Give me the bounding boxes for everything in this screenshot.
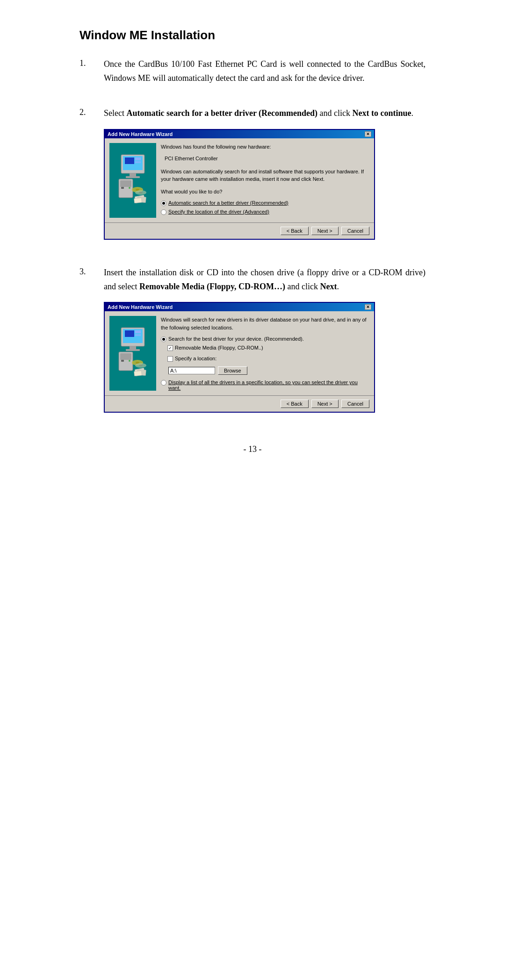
wizard-2-checkbox2-label: Specify a location: <box>175 356 216 361</box>
wizard-2-close-btn[interactable]: ✕ <box>365 304 371 310</box>
step-list: 1. Once the CardBus 10/100 Fast Ethernet… <box>79 57 426 426</box>
step-1: 1. Once the CardBus 10/100 Fast Ethernet… <box>79 57 426 93</box>
page-container: Window ME Installation 1. Once the CardB… <box>70 0 435 980</box>
svg-rect-24 <box>130 346 136 349</box>
wizard-2-radio1-label: Search for the best driver for your devi… <box>168 336 304 342</box>
svg-rect-28 <box>121 360 124 362</box>
step-1-text: Once the CardBus 10/100 Fast Ethernet PC… <box>104 57 426 85</box>
wizard-2-next-button[interactable]: Next > <box>311 400 339 408</box>
wizard-2-browse-button[interactable]: Browse <box>218 366 247 375</box>
wizard-1-next-button[interactable]: Next > <box>311 227 339 235</box>
wizard-1-body: Windows has found the following new hard… <box>105 138 374 222</box>
svg-rect-36 <box>134 371 142 376</box>
wizard-2-back-button[interactable]: < Back <box>281 400 309 408</box>
wizard-2-text1: Windows will search for new drivers in i… <box>161 316 369 331</box>
svg-rect-27 <box>120 353 131 360</box>
wizard-1-cancel-button[interactable]: Cancel <box>341 227 369 235</box>
svg-point-11 <box>129 187 130 189</box>
wizard-1-close-btn[interactable]: ✕ <box>365 131 371 137</box>
wizard-1-illustration <box>109 143 156 218</box>
svg-rect-23 <box>135 334 141 336</box>
wizard-2-titlebar: Add New Hardware Wizard ✕ <box>105 303 374 311</box>
svg-rect-21 <box>125 330 134 337</box>
wizard-2-options: Search for the best driver for your devi… <box>161 336 369 391</box>
wizard-2-cancel-button[interactable]: Cancel <box>341 400 369 408</box>
wizard-2-checkbox1-box[interactable] <box>167 345 173 351</box>
svg-point-29 <box>129 360 130 362</box>
wizard-dialog-2: Add New Hardware Wizard ✕ <box>104 302 375 413</box>
wizard-2-title: Add New Hardware Wizard <box>108 304 173 310</box>
wizard-dialog-1: Add New Hardware Wizard ✕ <box>104 129 375 240</box>
wizard-1-back-button[interactable]: < Back <box>281 227 309 235</box>
wizard-1-text3: What would you like to do? <box>161 188 369 196</box>
step-3-bold1: Removable Media (Floppy, CD-ROM…) <box>139 282 285 291</box>
wizard-1-radio2-item[interactable]: Specify the location of the driver (Adva… <box>161 209 369 215</box>
svg-rect-22 <box>135 330 141 333</box>
step-2-bold1: Automatic search for a better driver (Re… <box>126 108 317 118</box>
step-1-content: Once the CardBus 10/100 Fast Ethernet PC… <box>104 57 426 93</box>
step-2-content: Select Automatic search for a better dri… <box>104 107 426 253</box>
step-2-bold2: Next to continue <box>353 108 411 118</box>
wizard-1-text1: Windows has found the following new hard… <box>161 143 369 151</box>
wizard-2-checkbox1-item[interactable]: Removable Media (Floppy, CD-ROM..) <box>167 345 369 351</box>
wizard-1-titlebar: Add New Hardware Wizard ✕ <box>105 130 374 138</box>
step-2-end: . <box>411 108 414 118</box>
svg-rect-10 <box>121 187 124 189</box>
step-3-text: Insert the installation disk or CD into … <box>104 266 426 293</box>
svg-rect-18 <box>134 198 142 203</box>
page-title: Window ME Installation <box>79 28 426 43</box>
svg-rect-9 <box>120 180 131 187</box>
wizard-2-titlebar-buttons: ✕ <box>365 304 371 310</box>
step-3-content: Insert the installation disk or CD into … <box>104 266 426 426</box>
wizard-2-computer-svg <box>112 323 154 384</box>
wizard-1-radio1-dot[interactable] <box>161 200 166 206</box>
wizard-2-footer: < Back Next > Cancel <box>105 395 374 412</box>
wizard-1-radio2-dot[interactable] <box>161 209 166 215</box>
svg-rect-6 <box>130 173 136 176</box>
step-2-number: 2. <box>79 107 104 253</box>
svg-rect-3 <box>125 157 134 164</box>
wizard-2-radio1-item[interactable]: Search for the best driver for your devi… <box>161 336 369 342</box>
wizard-2-checkbox1-label: Removable Media (Floppy, CD-ROM..) <box>175 345 263 351</box>
wizard-1-radio1-label: Automatic search for a better driver (Re… <box>168 200 289 206</box>
wizard-1-titlebar-buttons: ✕ <box>365 131 371 137</box>
svg-rect-4 <box>135 157 141 160</box>
svg-rect-25 <box>126 349 140 351</box>
step-3-bold2: Next <box>320 282 337 291</box>
page-number: - 13 - <box>79 444 426 454</box>
wizard-1-radio-group: Automatic search for a better driver (Re… <box>161 200 369 215</box>
wizard-2-checkbox2-item[interactable]: Specify a location: <box>167 356 369 362</box>
wizard-2-radio2-dot[interactable] <box>161 380 166 386</box>
wizard-2-radio1-dot[interactable] <box>161 336 166 342</box>
wizard-1-footer: < Back Next > Cancel <box>105 222 374 239</box>
wizard-1-right-panel: Windows has found the following new hard… <box>161 143 369 218</box>
svg-rect-7 <box>126 176 140 178</box>
step-3: 3. Insert the installation disk or CD in… <box>79 266 426 426</box>
wizard-1-computer-svg <box>112 150 154 211</box>
svg-point-15 <box>139 192 143 193</box>
wizard-1-title: Add New Hardware Wizard <box>108 131 173 137</box>
svg-rect-5 <box>135 161 141 163</box>
step-2-text: Select Automatic search for a better dri… <box>104 107 426 121</box>
step-3-number: 3. <box>79 266 104 426</box>
step-2-text-after: and click <box>320 108 353 118</box>
step-1-number: 1. <box>79 57 104 93</box>
wizard-2-illustration <box>109 316 156 391</box>
step-2: 2. Select Automatic search for a better … <box>79 107 426 253</box>
wizard-2-right-panel: Windows will search for new drivers in i… <box>161 316 369 391</box>
wizard-2-radio2-item[interactable]: Display a list of all the drivers in a s… <box>161 379 369 391</box>
wizard-1-device: PCI Ethernet Controller <box>165 156 369 161</box>
wizard-2-checkbox2-box[interactable] <box>167 356 173 362</box>
wizard-2-path-input[interactable] <box>168 367 215 374</box>
wizard-1-text2: Windows can automatically search for and… <box>161 168 369 183</box>
wizard-1-radio2-label: Specify the location of the driver (Adva… <box>168 209 269 215</box>
svg-point-33 <box>139 365 143 366</box>
wizard-2-radio2-label: Display a list of all the drivers in a s… <box>168 379 369 391</box>
wizard-1-radio1-item[interactable]: Automatic search for a better driver (Re… <box>161 200 369 206</box>
wizard-2-input-row: Browse <box>168 366 369 375</box>
wizard-2-body: Windows will search for new drivers in i… <box>105 311 374 395</box>
